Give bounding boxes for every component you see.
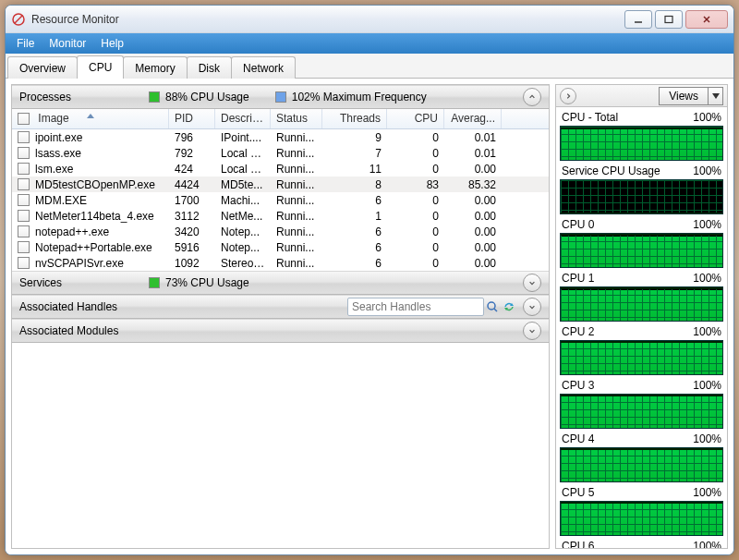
graph bbox=[560, 501, 723, 536]
max-freq-text: 102% Maximum Frequency bbox=[292, 91, 427, 103]
graph-list[interactable]: CPU - Total100%Service CPU Usage100%CPU … bbox=[556, 107, 727, 548]
table-row[interactable]: NetMeter114beta_4.exe3112NetMe...Runni..… bbox=[12, 208, 549, 224]
col-description[interactable]: Descrip... bbox=[215, 109, 271, 128]
expand-modules-button[interactable] bbox=[523, 322, 541, 340]
tab-disk[interactable]: Disk bbox=[187, 56, 232, 79]
row-checkbox[interactable] bbox=[18, 257, 30, 269]
graph-pct: 100% bbox=[693, 486, 721, 499]
graph-block: CPU 2100% bbox=[560, 325, 723, 375]
services-title: Services bbox=[19, 276, 149, 289]
expand-services-button[interactable] bbox=[523, 274, 541, 292]
close-button[interactable] bbox=[685, 10, 728, 29]
menu-help[interactable]: Help bbox=[93, 35, 131, 52]
app-icon bbox=[11, 12, 26, 27]
svg-marker-11 bbox=[712, 93, 720, 99]
window-title: Resource Monitor bbox=[31, 13, 119, 26]
graph-block: CPU 4100% bbox=[560, 432, 723, 482]
table-row[interactable]: MD5testCBOpenMP.exe4424MD5te...Runni...8… bbox=[12, 177, 549, 192]
window: Resource Monitor File Monitor Help Overv… bbox=[5, 5, 734, 555]
select-all-checkbox[interactable] bbox=[18, 113, 30, 125]
graph-pct: 100% bbox=[693, 218, 721, 231]
col-status[interactable]: Status bbox=[271, 109, 322, 128]
graph bbox=[560, 126, 723, 161]
row-checkbox[interactable] bbox=[18, 163, 30, 175]
col-image[interactable]: Image bbox=[12, 109, 169, 128]
handles-header[interactable]: Associated Handles bbox=[12, 295, 549, 319]
table-row[interactable]: lsm.exe424Local S...Runni...1100.00 bbox=[12, 161, 549, 177]
refresh-icon[interactable] bbox=[501, 300, 517, 313]
graph-pct: 100% bbox=[693, 325, 721, 338]
table-header: Image PID Descrip... Status Threads CPU … bbox=[12, 109, 549, 129]
col-average[interactable]: Averag... bbox=[444, 109, 502, 128]
row-checkbox[interactable] bbox=[18, 178, 30, 190]
processes-header[interactable]: Processes 88% CPU Usage 102% Maximum Fre… bbox=[12, 85, 549, 109]
modules-header[interactable]: Associated Modules bbox=[12, 319, 549, 343]
graph-name: CPU 5 bbox=[562, 486, 594, 499]
collapse-right-pane-button[interactable] bbox=[560, 88, 576, 104]
row-checkbox[interactable] bbox=[18, 194, 30, 206]
services-header[interactable]: Services 73% CPU Usage bbox=[12, 271, 549, 295]
graph-name: CPU 2 bbox=[562, 325, 594, 338]
search-icon[interactable] bbox=[484, 300, 501, 313]
graph-name: Service CPU Usage bbox=[562, 164, 660, 177]
graph-name: CPU 0 bbox=[562, 218, 594, 231]
graph-block: CPU 0100% bbox=[560, 218, 723, 268]
services-cpu-swatch bbox=[149, 277, 160, 288]
maximize-button[interactable] bbox=[655, 10, 683, 29]
graph-name: CPU 4 bbox=[562, 432, 594, 445]
minimize-button[interactable] bbox=[624, 10, 652, 29]
empty-area bbox=[12, 343, 549, 548]
views-dropdown[interactable]: Views bbox=[659, 87, 723, 105]
tabbar: Overview CPU Memory Disk Network bbox=[6, 54, 733, 79]
row-checkbox[interactable] bbox=[18, 131, 30, 143]
graph-block: CPU 1100% bbox=[560, 272, 723, 322]
right-pane: Views CPU - Total100%Service CPU Usage10… bbox=[555, 84, 728, 549]
table-row[interactable]: lsass.exe792Local S...Runni...700.01 bbox=[12, 145, 549, 161]
graph-name: CPU 3 bbox=[562, 379, 594, 392]
tab-network[interactable]: Network bbox=[231, 56, 296, 79]
graph-block: CPU 6100% bbox=[560, 540, 723, 548]
graph bbox=[560, 340, 723, 375]
graph-pct: 100% bbox=[693, 540, 721, 548]
graph-pct: 100% bbox=[693, 164, 721, 177]
row-checkbox[interactable] bbox=[18, 147, 30, 159]
menu-monitor[interactable]: Monitor bbox=[42, 35, 93, 52]
processes-table: Image PID Descrip... Status Threads CPU … bbox=[12, 109, 549, 271]
col-threads[interactable]: Threads bbox=[322, 109, 387, 128]
search-handles-input[interactable] bbox=[347, 298, 484, 316]
tab-memory[interactable]: Memory bbox=[123, 56, 187, 79]
graph-pct: 100% bbox=[693, 111, 721, 124]
row-checkbox[interactable] bbox=[18, 210, 30, 222]
tab-overview[interactable]: Overview bbox=[7, 56, 78, 79]
left-pane: Processes 88% CPU Usage 102% Maximum Fre… bbox=[11, 84, 550, 549]
graph-block: CPU - Total100% bbox=[560, 111, 723, 161]
titlebar[interactable]: Resource Monitor bbox=[6, 6, 733, 33]
expand-handles-button[interactable] bbox=[523, 298, 541, 316]
table-row[interactable]: notepad++.exe3420Notep...Runni...600.00 bbox=[12, 224, 549, 239]
tab-cpu[interactable]: CPU bbox=[77, 55, 124, 79]
handles-title: Associated Handles bbox=[19, 300, 117, 313]
svg-point-7 bbox=[488, 302, 495, 310]
table-row[interactable]: ipoint.exe796IPoint....Runni...900.01 bbox=[12, 129, 549, 145]
col-cpu[interactable]: CPU bbox=[387, 109, 444, 128]
services-cpu-text: 73% CPU Usage bbox=[165, 276, 249, 289]
right-pane-header: Views bbox=[556, 85, 727, 107]
row-checkbox[interactable] bbox=[18, 241, 30, 253]
cpu-usage-swatch bbox=[149, 91, 160, 103]
graph-pct: 100% bbox=[693, 432, 721, 445]
menu-file[interactable]: File bbox=[9, 35, 42, 52]
graph-pct: 100% bbox=[693, 272, 721, 285]
table-row[interactable]: nvSCPAPISvr.exe1092Stereo ...Runni...600… bbox=[12, 255, 549, 271]
table-row[interactable]: Notepad++Portable.exe5916Notep...Runni..… bbox=[12, 239, 549, 255]
graph bbox=[560, 394, 723, 429]
col-pid[interactable]: PID bbox=[169, 109, 215, 128]
graph-name: CPU 1 bbox=[562, 272, 594, 285]
row-checkbox[interactable] bbox=[18, 225, 30, 237]
svg-marker-6 bbox=[87, 114, 94, 118]
collapse-processes-button[interactable] bbox=[523, 88, 541, 106]
content: Processes 88% CPU Usage 102% Maximum Fre… bbox=[6, 79, 733, 554]
svg-rect-3 bbox=[665, 16, 672, 22]
svg-line-1 bbox=[15, 16, 22, 23]
table-row[interactable]: MDM.EXE1700Machi...Runni...600.00 bbox=[12, 192, 549, 208]
svg-line-8 bbox=[494, 309, 497, 311]
